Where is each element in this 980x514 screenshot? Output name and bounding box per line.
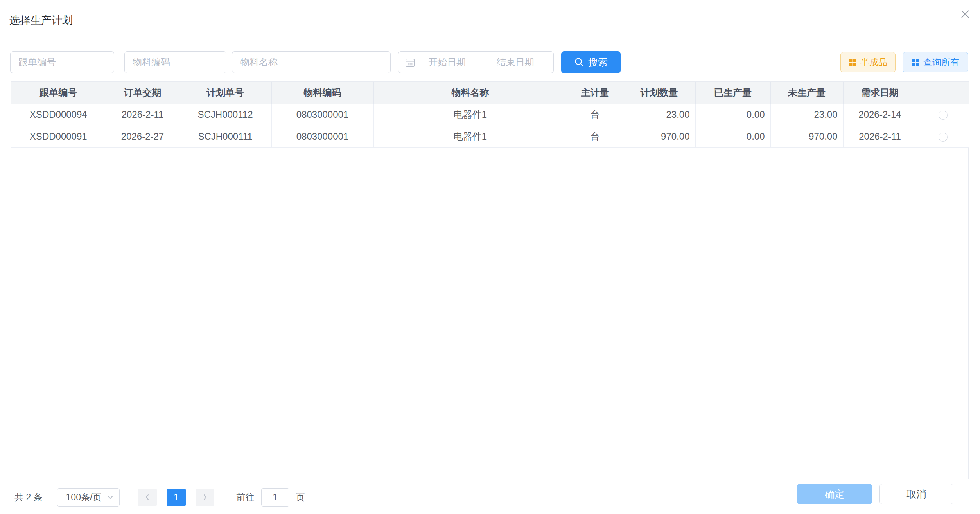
col-header-material-name: 物料名称 xyxy=(373,82,567,104)
cell-unproduced-qty: 970.00 xyxy=(770,126,843,147)
cell-select xyxy=(917,104,969,126)
material-code-input[interactable] xyxy=(124,51,226,73)
dialog-title: 选择生产计划 xyxy=(9,14,73,27)
goto-page-label: 前往 xyxy=(237,491,255,503)
cell-material-code: 0803000001 xyxy=(271,104,373,126)
pagination-total: 共 2 条 xyxy=(14,491,43,503)
col-header-order-due-date: 订单交期 xyxy=(106,82,179,104)
close-button[interactable] xyxy=(958,7,972,21)
query-all-button[interactable]: 查询所有 xyxy=(903,52,968,72)
query-all-label: 查询所有 xyxy=(923,56,959,68)
cell-demand-date: 2026-2-11 xyxy=(843,126,917,147)
production-plan-table: 跟单编号 订单交期 计划单号 物料编码 物料名称 主计量 计划数量 已生产量 未… xyxy=(11,81,969,479)
cell-unproduced-qty: 23.00 xyxy=(770,104,843,126)
semi-finished-label: 半成品 xyxy=(860,56,887,68)
cell-material-code: 0803000001 xyxy=(271,126,373,147)
cell-order-due-date: 2026-2-11 xyxy=(106,104,179,126)
pagination-bar: 共 2 条 100条/页 1 前往 页 xyxy=(14,488,305,507)
cell-order-no: XSDD000094 xyxy=(11,104,106,126)
col-header-unit: 主计量 xyxy=(567,82,623,104)
cell-produced-qty: 0.00 xyxy=(695,126,770,147)
cell-select xyxy=(917,126,969,147)
date-range-picker[interactable]: 开始日期 - 结束日期 xyxy=(398,51,554,73)
date-end-placeholder[interactable]: 结束日期 xyxy=(484,56,547,68)
next-page-button[interactable] xyxy=(196,489,214,506)
table-header-row: 跟单编号 订单交期 计划单号 物料编码 物料名称 主计量 计划数量 已生产量 未… xyxy=(11,82,969,104)
cell-material-name: 电器件1 xyxy=(373,126,567,147)
row-radio-button[interactable] xyxy=(939,111,948,120)
confirm-button[interactable]: 确定 xyxy=(797,484,872,504)
page-number-1[interactable]: 1 xyxy=(167,489,186,506)
cell-order-no: XSDD000091 xyxy=(11,126,106,147)
cancel-button[interactable]: 取消 xyxy=(879,484,953,504)
grid-icon xyxy=(849,58,857,66)
col-header-plan-no: 计划单号 xyxy=(179,82,271,104)
cell-plan-no: SCJH000112 xyxy=(179,104,271,126)
date-range-separator: - xyxy=(479,57,484,68)
date-start-placeholder[interactable]: 开始日期 xyxy=(415,56,479,68)
close-icon xyxy=(960,9,971,20)
select-production-plan-dialog: 选择生产计划 开始日期 - 结束日期 搜索 xyxy=(0,0,980,514)
cell-planned-qty: 970.00 xyxy=(623,126,695,147)
semi-finished-button[interactable]: 半成品 xyxy=(840,52,896,72)
table-row[interactable]: XSDD000094 2026-2-11 SCJH000112 08030000… xyxy=(11,104,969,126)
col-header-demand-date: 需求日期 xyxy=(843,82,917,104)
search-button[interactable]: 搜索 xyxy=(561,51,621,73)
cell-order-due-date: 2026-2-27 xyxy=(106,126,179,147)
calendar-icon xyxy=(405,57,415,68)
material-name-input[interactable] xyxy=(232,51,391,73)
search-icon xyxy=(574,57,584,67)
row-radio-button[interactable] xyxy=(939,133,948,142)
chevron-down-icon xyxy=(106,493,114,501)
cell-produced-qty: 0.00 xyxy=(695,104,770,126)
order-no-input[interactable] xyxy=(10,51,114,73)
chevron-left-icon xyxy=(144,493,151,501)
col-header-order-no: 跟单编号 xyxy=(11,82,106,104)
page-size-select[interactable]: 100条/页 xyxy=(57,488,120,507)
page-unit-label: 页 xyxy=(296,491,305,503)
search-button-label: 搜索 xyxy=(588,56,608,69)
cell-unit: 台 xyxy=(567,104,623,126)
cell-demand-date: 2026-2-14 xyxy=(843,104,917,126)
table-row[interactable]: XSDD000091 2026-2-27 SCJH000111 08030000… xyxy=(11,126,969,147)
col-header-planned-qty: 计划数量 xyxy=(623,82,695,104)
chevron-right-icon xyxy=(201,493,209,501)
grid-icon xyxy=(912,58,920,66)
goto-page-input[interactable] xyxy=(261,488,289,507)
prev-page-button[interactable] xyxy=(138,489,157,506)
cell-material-name: 电器件1 xyxy=(373,104,567,126)
cell-planned-qty: 23.00 xyxy=(623,104,695,126)
col-header-unproduced-qty: 未生产量 xyxy=(770,82,843,104)
col-header-select xyxy=(917,82,969,104)
cell-plan-no: SCJH000111 xyxy=(179,126,271,147)
col-header-produced-qty: 已生产量 xyxy=(695,82,770,104)
page-size-value: 100条/页 xyxy=(66,491,102,503)
col-header-material-code: 物料编码 xyxy=(271,82,373,104)
cell-unit: 台 xyxy=(567,126,623,147)
